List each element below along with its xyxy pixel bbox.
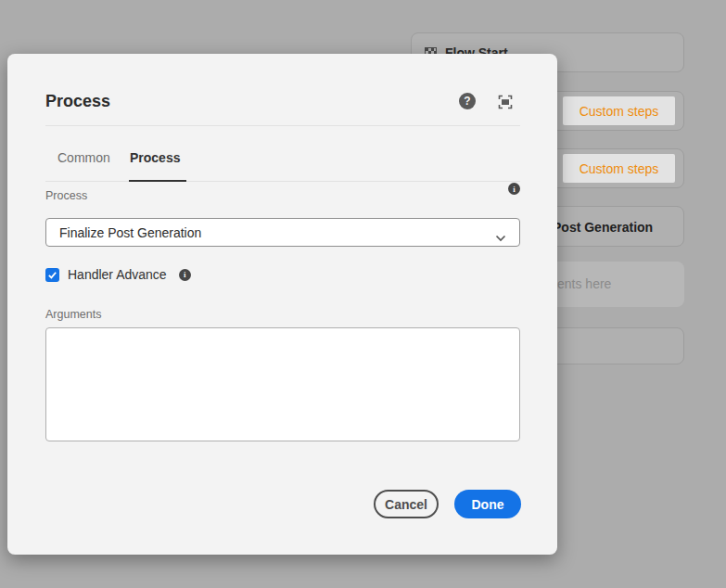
info-icon-glyph: i [184,270,186,279]
process-select-value: Finalize Post Generation [59,225,495,240]
dialog-title: Process [45,92,110,111]
custom-steps-button[interactable]: Custom steps [563,96,675,125]
process-field-label: Process [45,189,87,202]
info-icon-glyph: i [513,185,516,194]
workflow-editor-screen: Flow Start Custom steps Custom steps Pos… [0,0,726,588]
handler-advance-checkbox[interactable] [45,268,59,282]
handler-advance-info-icon[interactable]: i [179,269,191,281]
help-icon[interactable]: ? [459,93,476,109]
step-label: Post Generation [553,220,653,235]
handler-advance-label: Handler Advance [68,267,167,282]
cancel-button[interactable]: Cancel [374,490,439,518]
active-tab-underline [129,180,186,182]
process-dialog: Process ? Common Process i Process Final… [7,54,557,555]
handler-advance-row: Handler Advance i [45,267,191,282]
arguments-field-label: Arguments [45,308,101,321]
fullscreen-icon[interactable] [497,94,514,110]
help-icon-glyph: ? [464,95,470,108]
process-field-info-icon[interactable]: i [508,183,520,195]
tab-common[interactable]: Common [57,150,110,165]
drop-zone-label: ents here [557,276,611,291]
header-divider [45,125,520,126]
done-button[interactable]: Done [454,490,521,518]
tab-process[interactable]: Process [130,150,180,165]
arguments-textarea[interactable] [45,327,520,441]
custom-steps-button[interactable]: Custom steps [563,154,675,183]
tabs-divider [45,181,520,182]
chevron-down-icon [495,229,506,236]
process-select[interactable]: Finalize Post Generation [45,218,520,247]
